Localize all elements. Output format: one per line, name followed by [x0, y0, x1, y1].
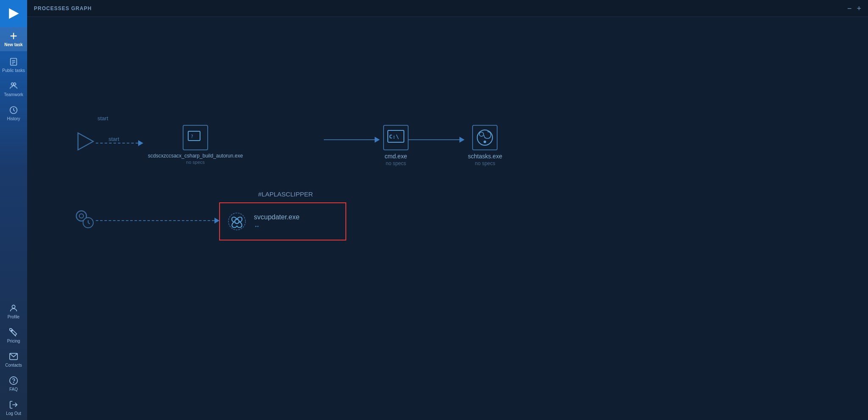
sidebar-item-faq[interactable]: FAQ	[0, 372, 27, 396]
connector-row1-2	[324, 137, 380, 143]
sidebar-item-profile[interactable]: Profile	[0, 299, 27, 323]
autorun-label: scdscxzccsacx_csharp_build_autorun.exe	[148, 153, 243, 159]
svg-point-24	[484, 141, 486, 143]
schtasks-label: schtasks.exe	[468, 153, 502, 160]
node-svcupdater-highlight[interactable]: svcupdater.exe ↔	[219, 202, 346, 240]
zoom-in-button[interactable]: +	[857, 5, 861, 12]
svg-text:?: ?	[191, 134, 193, 139]
zoom-controls: − +	[847, 5, 861, 12]
sidebar-item-public-tasks[interactable]: Public tasks	[0, 53, 27, 77]
node-schtasks[interactable]: schtasks.exe no specs	[468, 125, 502, 166]
sidebar-item-teamwork[interactable]: Teamwork	[0, 77, 27, 101]
svg-point-7	[11, 83, 14, 86]
page-title: PROCESSES GRAPH	[34, 6, 92, 11]
graph-area[interactable]: start ? scdscxzccsacx_csharp_build_autor…	[27, 17, 868, 420]
svg-marker-16	[78, 133, 93, 150]
node-autorun[interactable]: ? scdscxzccsacx_csharp_build_autorun.exe…	[148, 125, 243, 165]
start-play-icon	[74, 130, 96, 154]
svcupdater-sublabel: ↔	[254, 223, 300, 229]
row2-trigger-icon	[73, 207, 96, 232]
cmd-sublabel: no specs	[386, 160, 406, 166]
sidebar-item-contacts[interactable]: Contacts	[0, 348, 27, 372]
svg-point-14	[14, 382, 14, 383]
svg-text:C:\: C:\	[389, 133, 399, 140]
sidebar-item-new-task[interactable]: New task	[0, 27, 27, 51]
svg-point-11	[11, 330, 13, 332]
svg-marker-0	[9, 8, 19, 19]
schtasks-sublabel: no specs	[475, 160, 495, 166]
biohazard-icon	[227, 211, 247, 232]
svg-rect-3	[11, 58, 17, 66]
main-content: PROCESSES GRAPH − + start ?	[27, 0, 868, 420]
cmd-label: cmd.exe	[385, 153, 407, 160]
tag-label: #LAPLASCLIPPER	[258, 191, 313, 198]
start-label: start	[108, 136, 119, 142]
svg-rect-17	[188, 131, 200, 141]
app-logo[interactable]	[0, 0, 27, 27]
start-text-label: start	[97, 115, 108, 122]
svg-point-30	[235, 219, 239, 224]
svg-point-31	[228, 213, 245, 230]
connector-row1-3	[409, 137, 465, 143]
autorun-sublabel: no specs	[186, 160, 205, 165]
svg-point-23	[479, 132, 484, 136]
zoom-out-button[interactable]: −	[847, 5, 852, 12]
svg-point-8	[14, 83, 16, 86]
svcupdater-label: svcupdater.exe	[254, 213, 300, 221]
svg-point-10	[12, 305, 15, 308]
node-cmd[interactable]: C:\ cmd.exe no specs	[383, 125, 409, 166]
title-bar: PROCESSES GRAPH − +	[27, 0, 868, 17]
sidebar-item-log-out[interactable]: Log Out	[0, 396, 27, 420]
sidebar-item-pricing[interactable]: Pricing	[0, 323, 27, 348]
svg-point-13	[10, 377, 17, 384]
connector-row2	[96, 218, 220, 224]
svg-point-26	[79, 214, 83, 218]
sidebar-item-history[interactable]: History	[0, 101, 27, 125]
sidebar: New task Public tasks Teamwork History	[0, 0, 27, 420]
svcupdater-text: svcupdater.exe ↔	[254, 213, 300, 229]
connector-row1-1: start	[96, 140, 143, 146]
